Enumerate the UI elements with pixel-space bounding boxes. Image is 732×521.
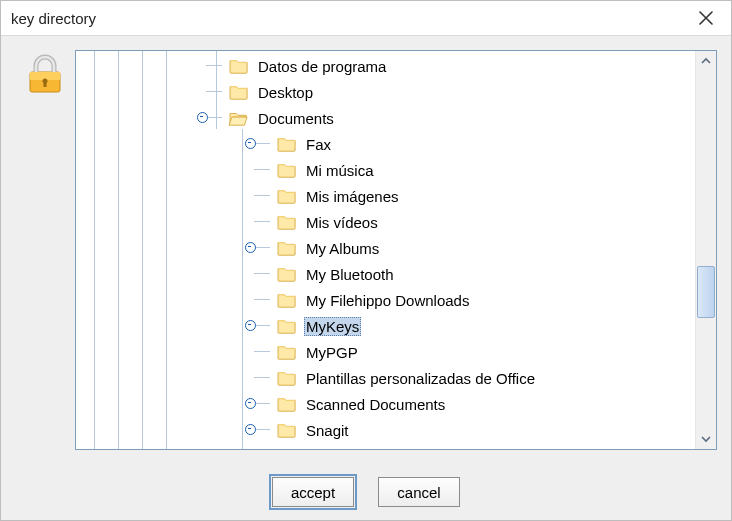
tree-item-label: MyPGP	[304, 343, 360, 362]
tree-item-fax[interactable]: Fax	[76, 131, 695, 157]
tree-item-my-filehippo-downloads[interactable]: My Filehippo Downloads	[76, 287, 695, 313]
tree-item-datos-de-programa[interactable]: Datos de programa	[76, 53, 695, 79]
tree-item-documents[interactable]: Documents	[76, 105, 695, 131]
content-row: Datos de programa Desktop	[1, 36, 731, 464]
folder-icon	[276, 291, 298, 309]
folder-icon	[276, 213, 298, 231]
folder-tree-panel: Datos de programa Desktop	[75, 50, 717, 450]
folder-tree: Datos de programa Desktop	[76, 51, 695, 443]
folder-tree-viewport[interactable]: Datos de programa Desktop	[76, 51, 695, 449]
folder-icon	[276, 239, 298, 257]
vertical-scrollbar[interactable]	[695, 51, 716, 449]
folder-icon	[276, 421, 298, 439]
folder-icon	[228, 83, 250, 101]
folder-open-icon	[228, 109, 250, 127]
tree-item-label: Mis vídeos	[304, 213, 380, 232]
folder-icon	[228, 57, 250, 75]
expand-toggle[interactable]	[244, 137, 256, 149]
tree-item-desktop[interactable]: Desktop	[76, 79, 695, 105]
expand-toggle[interactable]	[244, 397, 256, 409]
tree-item-my-bluetooth[interactable]: My Bluetooth	[76, 261, 695, 287]
tree-item-label: My Albums	[304, 239, 381, 258]
tree-item-mis-videos[interactable]: Mis vídeos	[76, 209, 695, 235]
tree-item-label: My Filehippo Downloads	[304, 291, 471, 310]
folder-icon	[276, 187, 298, 205]
folder-icon	[276, 265, 298, 283]
window-title: key directory	[11, 10, 691, 27]
tree-item-my-albums[interactable]: My Albums	[76, 235, 695, 261]
expand-toggle[interactable]	[244, 241, 256, 253]
cancel-button[interactable]: cancel	[378, 477, 460, 507]
chevron-up-icon	[701, 56, 711, 66]
folder-icon	[276, 317, 298, 335]
tree-item-plantillas[interactable]: Plantillas personalizadas de Office	[76, 365, 695, 391]
scrollbar-track[interactable]	[696, 71, 716, 429]
tree-item-mis-imagenes[interactable]: Mis imágenes	[76, 183, 695, 209]
tree-item-snagit[interactable]: Snagit	[76, 417, 695, 443]
folder-icon	[276, 343, 298, 361]
dialog-body: Datos de programa Desktop	[1, 36, 731, 520]
tree-item-label: Documents	[256, 109, 336, 128]
tree-item-label: Plantillas personalizadas de Office	[304, 369, 537, 388]
tree-item-scanned-documents[interactable]: Scanned Documents	[76, 391, 695, 417]
scrollbar-thumb[interactable]	[697, 266, 715, 318]
tree-item-mykeys[interactable]: MyKeys	[76, 313, 695, 339]
close-button[interactable]	[691, 3, 721, 33]
chevron-down-icon	[701, 434, 711, 444]
titlebar: key directory	[1, 1, 731, 36]
tree-item-label: Scanned Documents	[304, 395, 447, 414]
folder-icon	[276, 369, 298, 387]
folder-icon	[276, 135, 298, 153]
accept-button[interactable]: accept	[272, 477, 354, 507]
dialog-buttons: accept cancel	[1, 464, 731, 520]
dialog-window: key directory	[0, 0, 732, 521]
tree-item-mypgp[interactable]: MyPGP	[76, 339, 695, 365]
scroll-up-button[interactable]	[696, 51, 716, 71]
tree-item-mi-musica[interactable]: Mi música	[76, 157, 695, 183]
tree-item-label: Fax	[304, 135, 333, 154]
folder-icon	[276, 161, 298, 179]
tree-item-label: My Bluetooth	[304, 265, 396, 284]
expand-toggle[interactable]	[244, 319, 256, 331]
scroll-down-button[interactable]	[696, 429, 716, 449]
tree-item-label: Datos de programa	[256, 57, 388, 76]
lock-icon	[24, 54, 66, 96]
expand-toggle[interactable]	[196, 111, 208, 123]
folder-icon	[276, 395, 298, 413]
expand-toggle[interactable]	[244, 423, 256, 435]
tree-item-label: Snagit	[304, 421, 351, 440]
lock-column	[15, 50, 75, 96]
tree-item-label: MyKeys	[304, 317, 361, 336]
tree-item-label: Mis imágenes	[304, 187, 401, 206]
tree-item-label: Desktop	[256, 83, 315, 102]
close-icon	[699, 11, 713, 25]
tree-item-label: Mi música	[304, 161, 376, 180]
